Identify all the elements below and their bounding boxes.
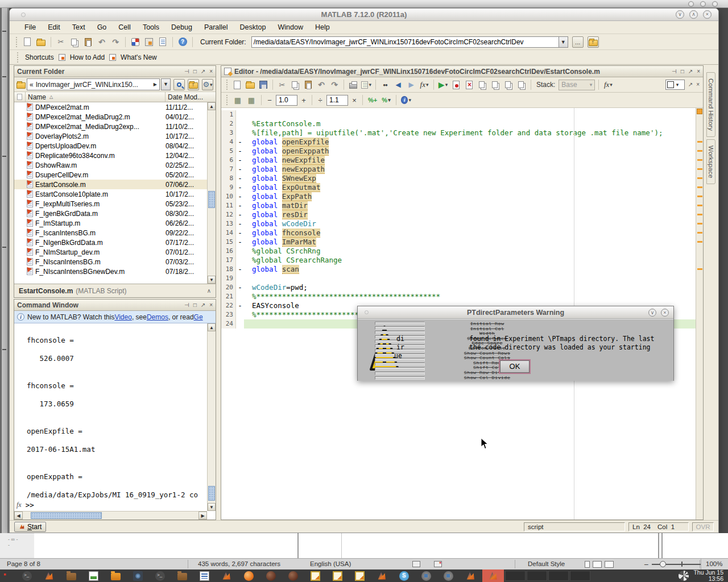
find-button[interactable] (379, 79, 391, 90)
code-line[interactable]: 9-global ExpOutmat (221, 183, 696, 192)
file-details-bar[interactable]: EstartConsole.m (MATLAB Script) ∧ (14, 284, 216, 297)
warning-tick[interactable] (697, 268, 702, 270)
file-row[interactable]: DReplicate96to384conv.m12/04/2... (14, 151, 207, 160)
warning-tick[interactable] (697, 168, 702, 170)
evaluate-cell-advance-button[interactable]: % (380, 94, 392, 106)
file-row[interactable]: DsuperCellDev.m05/20/2... (14, 170, 207, 180)
up-folder-button[interactable] (588, 36, 599, 48)
file-row[interactable]: EstartConsole10plate.m10/17/2... (14, 189, 207, 199)
close-panel-icon[interactable]: × (209, 300, 213, 310)
warning-tick[interactable] (697, 223, 702, 225)
toolbar-grip[interactable] (226, 80, 228, 90)
matlab-titlebar[interactable]: MATLAB 7.12.0 (R2011a) ∨ ∧ × (10, 9, 718, 21)
cut-button[interactable] (276, 79, 288, 90)
toolbar-grip[interactable] (226, 95, 228, 105)
scroll-down-arrow[interactable]: ▼ (208, 276, 216, 284)
breadcrumb-expand-icon[interactable]: ▶ (154, 82, 157, 87)
warning-tick[interactable] (697, 150, 702, 152)
evaluate-cell-button[interactable]: %+ (367, 94, 378, 106)
matlab-icon[interactable] (466, 571, 475, 581)
zoom-percent[interactable]: 100% (706, 560, 722, 567)
file-row[interactable]: DMPexcel2mat.m11/11/2... (14, 102, 207, 112)
panel-splitter[interactable] (216, 65, 221, 520)
demos-link[interactable]: Demos (147, 313, 168, 321)
firefox-icon[interactable] (244, 571, 254, 581)
run-button[interactable] (437, 79, 449, 90)
terminal-icon[interactable] (155, 571, 165, 581)
menu-debug[interactable]: Debug (171, 23, 192, 31)
file-row[interactable]: EstartConsole.m07/06/2... (14, 180, 207, 189)
close-panel-icon[interactable]: × (209, 66, 213, 77)
menu-cell[interactable]: Cell (118, 23, 131, 31)
code-line[interactable]: 7-global newExppath (221, 165, 696, 174)
folder-brown-icon[interactable] (67, 573, 76, 580)
matlab-icon[interactable] (44, 571, 54, 581)
current-folder-dropdown[interactable]: ▼ (559, 36, 568, 48)
split-screen-button[interactable] (665, 80, 685, 90)
calc-icon[interactable] (89, 571, 98, 581)
print-button[interactable] (348, 79, 359, 90)
background-close-button[interactable] (712, 1, 718, 7)
tab-command-history[interactable]: Command History (706, 72, 715, 137)
code-line[interactable]: 17%global CSrearchRange (221, 256, 696, 265)
exit-debug-button[interactable] (516, 79, 527, 90)
text-language[interactable]: English (USA) (310, 560, 351, 567)
file-row[interactable]: F_ImStartup.m06/26/2... (14, 218, 207, 228)
code-line[interactable]: 13-global wCodeDir (221, 219, 696, 228)
file-row[interactable]: DpertsUploadDev.m08/04/2... (14, 141, 207, 151)
taskbar-active-window[interactable] (482, 569, 504, 582)
breadcrumb-collapse[interactable]: « (30, 81, 34, 89)
undo-button[interactable] (316, 79, 327, 90)
message-indicator-bar[interactable] (696, 108, 703, 519)
current-folder-header[interactable]: Current Folder ⊣ □ ↗ × (14, 66, 216, 77)
menu-parallel[interactable]: Parallel (204, 23, 228, 31)
shortcut-whats-new[interactable]: What's New (121, 53, 157, 61)
open-file-button[interactable] (35, 36, 47, 48)
undock-panel-icon[interactable]: ↗ (688, 66, 693, 77)
redo-button[interactable] (110, 36, 121, 48)
console-hscrollbar[interactable]: ◀ ▶ (14, 511, 207, 519)
folder-orange-icon[interactable] (111, 573, 121, 580)
shortcuts-grip[interactable] (17, 52, 19, 63)
start-button[interactable]: Start (14, 522, 46, 532)
current-folder-combo[interactable]: /media/data/EASY/InovImager_jwrCF_WINLin… (251, 36, 568, 48)
divide-button[interactable]: ÷ (316, 96, 324, 105)
dock-left-icon[interactable]: ⊣ (184, 300, 189, 310)
warning-tick[interactable] (697, 232, 702, 234)
dialog-minimize-button[interactable]: ∨ (648, 309, 656, 317)
close-button[interactable]: × (703, 10, 712, 19)
code-line[interactable]: 5-global openExppath (221, 147, 696, 156)
warning-tick[interactable] (697, 141, 702, 143)
file-row[interactable]: F_NIscanIntensBGnewDev.m07/18/2... (14, 267, 207, 276)
fx-hint-icon[interactable] (16, 501, 22, 509)
copy-button[interactable] (289, 79, 301, 90)
gold-doc-icon[interactable] (333, 571, 342, 581)
scroll-down-arrow[interactable]: ▼ (208, 503, 216, 511)
scrollbar-thumb[interactable] (31, 512, 102, 519)
gold-doc-icon[interactable] (311, 571, 320, 581)
code-line[interactable]: 10-global ExpPath (221, 192, 696, 201)
increase-button[interactable]: + (300, 96, 308, 105)
background-scrollbar[interactable] (0, 8, 9, 533)
redo-button[interactable] (329, 79, 340, 90)
matlab-icon[interactable] (222, 571, 231, 581)
current-folder-input[interactable]: /media/data/EASY/InovImager_jwrCF_WINLin… (251, 36, 559, 48)
decrease-button[interactable]: − (266, 96, 274, 105)
menu-tools[interactable]: Tools (143, 23, 159, 31)
code-line[interactable]: 19 (221, 274, 696, 283)
set-breakpoint-button[interactable] (450, 79, 462, 90)
stack-dropdown[interactable]: Base (559, 80, 595, 90)
code-line[interactable]: 1 (221, 110, 696, 119)
cell-value-left[interactable]: 1.0 (276, 95, 297, 106)
code-line[interactable]: 11-global matDir (221, 201, 696, 210)
file-row[interactable]: F_IscanIntensBG.m09/22/2... (14, 228, 207, 238)
code-line[interactable]: 6-global newExpfile (221, 156, 696, 165)
folder-up-button[interactable] (188, 79, 199, 90)
word-count[interactable]: 435 words, 2,697 characters (198, 560, 280, 567)
save-button[interactable] (258, 79, 269, 90)
file-row[interactable]: F_NIgenBkGrdData.m07/17/2... (14, 238, 207, 247)
scroll-up-arrow[interactable]: ▲ (208, 323, 216, 331)
cut-button[interactable] (55, 36, 67, 48)
undock-panel-icon[interactable]: ↗ (201, 66, 205, 77)
ok-button[interactable]: OK (500, 360, 530, 373)
